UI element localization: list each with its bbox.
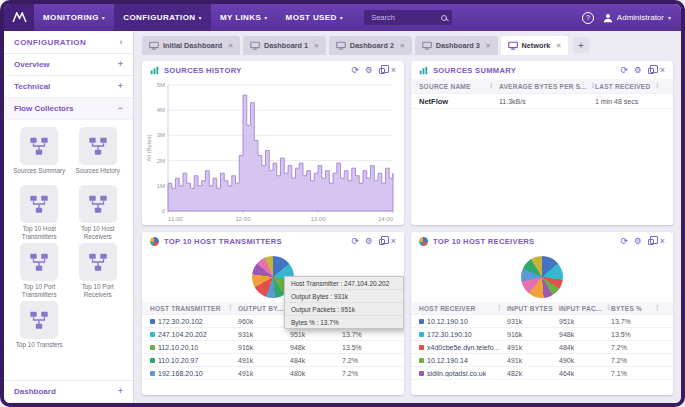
tile-top-transfers[interactable]: Top 10 Transfers [12,301,67,356]
svg-text:0: 0 [162,208,166,214]
menu-monitoring[interactable]: MONITORING▾ [34,4,114,31]
series-marker [419,345,424,350]
port-receivers-icon [87,251,109,273]
svg-text:3M: 3M [157,132,165,138]
tile-top-host-transmitters[interactable]: Top 10 Host Transmitters [12,185,67,240]
settings-icon[interactable]: ⚙ [365,237,373,246]
menu-most-used[interactable]: MOST USED▾ [277,4,353,31]
tab-initial-dashboard[interactable]: Initial Dashboard× [142,36,240,55]
copy-icon[interactable] [379,239,385,245]
help-icon[interactable]: ? [582,12,594,24]
copy-icon[interactable] [379,68,385,74]
panel-header: TOP 10 HOST RECEIVERS ⟳ ⚙ × [411,232,673,250]
collapse-minus-icon: − [118,104,123,113]
svg-text:12:00: 12:00 [235,216,251,222]
widget-tile-grid: Sources Summary Sources History Top 10 H… [4,120,133,363]
chevron-down-icon: ▾ [668,14,671,21]
table-row[interactable]: sidlin.gotadsl.co.uk 482k 464k 7.1% [411,367,673,380]
settings-icon[interactable]: ⚙ [365,66,373,75]
sidebar-collapse-icon[interactable]: ‹ [120,38,123,47]
series-marker [419,371,424,376]
brand-logo-icon [12,12,27,23]
search-box[interactable] [364,10,452,25]
table-row[interactable]: 110.10.20.97 491k 484k 7.2% [142,354,404,367]
table-row[interactable]: NetFlow 11.3kB/s 1 min 48 secs [411,94,673,109]
dashboard-grid: SOURCES HISTORY ⟳ ⚙ × 01M2M3M4M5M11:0012… [134,55,681,403]
chevron-down-icon: ▾ [264,14,267,21]
col-last-received: LAST RECEIVED⋮ [595,82,665,90]
column-menu-icon[interactable]: ⋮ [654,304,661,312]
tab-dashboard-1[interactable]: Dashboard 1× [243,36,326,55]
monitor-icon [250,41,260,50]
host-receivers-icon [87,193,109,215]
tab-close-icon[interactable]: × [314,41,319,50]
table-row[interactable]: 192.168.20.10 491k 480k 7.2% [142,367,404,380]
table-row[interactable]: 172.30.190.10 916k 948k 13.5% [411,328,673,341]
tile-top-port-transmitters[interactable]: Top 10 Port Transmitters [12,243,67,298]
receivers-pie-chart[interactable] [521,256,563,298]
refresh-icon[interactable]: ⟳ [352,237,360,246]
table-header-row: HOST RECEIVER⋮ INPUT BYTES⋮ INPUT PAC...… [411,302,673,315]
table-row[interactable]: 247.104.20.202 931k 951k 13.7% [142,328,404,341]
monitor-icon [149,41,159,50]
tile-sources-summary[interactable]: Sources Summary [12,127,67,182]
tile-top-port-receivers[interactable]: Top 10 Port Receivers [71,243,126,298]
sources-history-chart: 01M2M3M4M5M11:0012:0013:0014:00All (Byte… [144,79,398,223]
close-icon[interactable]: × [391,66,396,75]
menu-configuration[interactable]: CONFIGURATION▾ [114,4,211,31]
table-row[interactable]: 112.10.20.10 916k 948k 13.5% [142,341,404,354]
user-menu[interactable]: Administrator ▾ [603,13,671,23]
table-row[interactable]: x4d0cbe5e.dyn.telefonica... 491k 484k 7.… [411,341,673,354]
summary-widget-icon [419,66,428,75]
sidebar-item-dashboard[interactable]: Dashboard+ [4,380,133,403]
refresh-icon[interactable]: ⟳ [621,237,629,246]
copy-icon[interactable] [648,239,654,245]
pie-widget-icon [419,237,428,246]
tab-network[interactable]: Network× [501,36,568,55]
svg-text:1M: 1M [157,183,165,189]
main-area: Initial Dashboard× Dashboard 1× Dashboar… [134,31,681,403]
settings-icon[interactable]: ⚙ [634,66,642,75]
expand-icon: + [118,82,123,91]
sidebar-item-technical[interactable]: Technical+ [4,76,133,98]
tab-close-icon[interactable]: × [556,41,561,50]
average-bytes: 11.3kB/s [499,98,595,105]
refresh-icon[interactable]: ⟳ [352,66,360,75]
tab-dashboard-3[interactable]: Dashboard 3× [415,36,498,55]
topbar: MONITORING▾ CONFIGURATION▾ MY LINKS▾ MOS… [4,4,681,31]
sidebar-item-overview[interactable]: Overview+ [4,54,133,76]
column-menu-icon[interactable]: ⋮ [227,304,234,312]
tab-dashboard-2[interactable]: Dashboard 2× [329,36,412,55]
sidebar-item-flow-collectors[interactable]: Flow Collectors− [4,98,133,120]
add-tab-button[interactable]: + [573,37,589,53]
tab-close-icon[interactable]: × [400,41,405,50]
chevron-down-icon: ▾ [340,14,343,21]
series-marker [150,319,155,324]
svg-text:All (Bytes): All (Bytes) [146,134,152,161]
tile-sources-history[interactable]: Sources History [71,127,126,182]
table-row[interactable]: 10.12.190.10 931k 951k 13.7% [411,315,673,328]
refresh-icon[interactable]: ⟳ [621,66,629,75]
col-source-name: SOURCE NAME⋮ [419,82,499,90]
close-icon[interactable]: × [660,237,665,246]
tab-close-icon[interactable]: × [486,41,491,50]
close-icon[interactable]: × [391,237,396,246]
search-input[interactable] [369,12,437,23]
tile-top-host-receivers[interactable]: Top 10 Host Receivers [71,185,126,240]
tab-close-icon[interactable]: × [228,41,233,50]
column-menu-icon[interactable]: ⋮ [496,304,503,312]
close-icon[interactable]: × [660,66,665,75]
column-menu-icon[interactable]: ⋮ [488,82,495,90]
copy-icon[interactable] [648,68,654,74]
transfers-icon [28,309,50,331]
menu-my-links[interactable]: MY LINKS▾ [211,4,277,31]
series-marker [419,319,424,324]
column-menu-icon[interactable]: ⋮ [654,82,661,90]
expand-icon: + [118,387,123,396]
settings-icon[interactable]: ⚙ [634,237,642,246]
series-marker [150,371,155,376]
panel-top-receivers: TOP 10 HOST RECEIVERS ⟳ ⚙ × HOST RECEIVE… [411,232,673,395]
svg-text:4M: 4M [157,107,165,113]
brand-logo[interactable] [4,4,34,31]
table-row[interactable]: 10.12.190.14 491k 490k 7.2% [411,354,673,367]
